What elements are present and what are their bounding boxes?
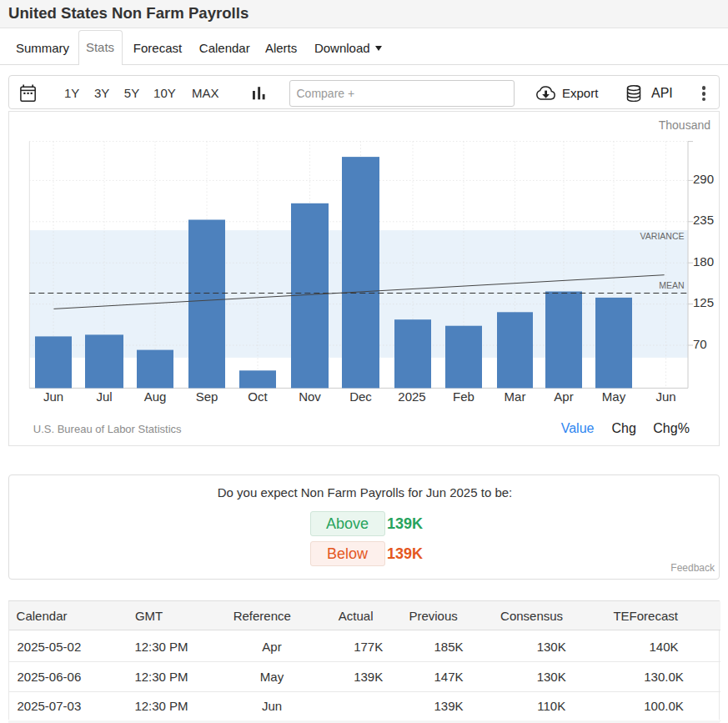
svg-text:Apr: Apr <box>554 389 573 404</box>
svg-text:Aug: Aug <box>144 389 167 404</box>
svg-text:Chg: Chg <box>612 421 636 435</box>
svg-text:235: 235 <box>693 213 714 227</box>
svg-text:Oct: Oct <box>248 389 268 404</box>
svg-text:May: May <box>602 389 626 404</box>
svg-text:Thousand: Thousand <box>659 118 710 132</box>
svg-text:Jul: Jul <box>96 389 112 404</box>
svg-text:180: 180 <box>693 254 714 269</box>
svg-text:Dec: Dec <box>349 389 372 404</box>
svg-text:Value: Value <box>561 421 595 435</box>
svg-text:Jun: Jun <box>655 389 675 404</box>
svg-text:2025: 2025 <box>398 389 425 404</box>
svg-text:Sep: Sep <box>196 389 218 404</box>
svg-text:VARIANCE: VARIANCE <box>640 231 685 241</box>
svg-text:Feb: Feb <box>453 389 474 404</box>
svg-text:Nov: Nov <box>299 389 321 404</box>
svg-text:70: 70 <box>693 337 707 351</box>
svg-text:Jun: Jun <box>43 389 63 404</box>
svg-text:125: 125 <box>693 295 714 309</box>
svg-text:U.S. Bureau of Labor Statistic: U.S. Bureau of Labor Statistics <box>33 423 182 435</box>
svg-text:Mar: Mar <box>505 389 526 404</box>
svg-text:Chg%: Chg% <box>653 421 690 435</box>
svg-text:MEAN: MEAN <box>659 280 684 290</box>
svg-text:290: 290 <box>693 172 714 186</box>
